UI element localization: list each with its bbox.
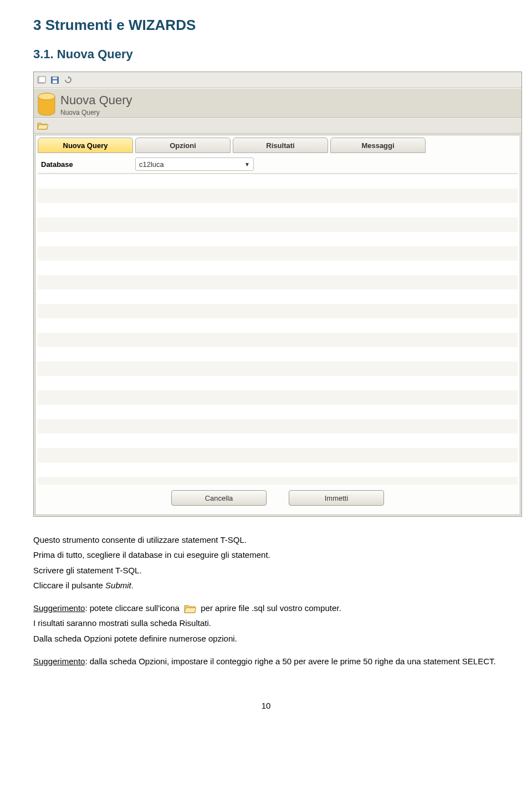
- toolbar: [34, 72, 521, 88]
- button-row: Cancella Immetti: [38, 490, 518, 506]
- paragraph: Questo strumento consente di utilizzare …: [33, 533, 499, 546]
- open-folder-icon: [184, 604, 196, 614]
- svg-rect-3: [53, 80, 57, 83]
- paragraph: Scrivere gli statement T-SQL.: [33, 564, 499, 577]
- svg-rect-4: [53, 77, 57, 79]
- content-panel: Nuova Query Opzioni Risultati Messaggi D…: [35, 135, 520, 515]
- svg-point-6: [38, 93, 55, 100]
- toolbar-icon[interactable]: [37, 76, 46, 84]
- hint-label: Suggerimento: [33, 603, 85, 613]
- tab-nuova-query[interactable]: Nuova Query: [38, 138, 133, 153]
- paragraph: Dalla scheda Opzioni potete definire num…: [33, 632, 499, 645]
- hint-label: Suggerimento: [33, 657, 85, 666]
- tab-risultati[interactable]: Risultati: [233, 138, 328, 153]
- database-value: c12luca: [139, 160, 164, 169]
- window-header: Nuova Query Nuova Query: [34, 88, 521, 118]
- subsection-heading: 3.1. Nuova Query: [33, 47, 499, 62]
- tab-messaggi[interactable]: Messaggi: [330, 138, 426, 153]
- submit-button[interactable]: Immetti: [289, 490, 384, 506]
- database-label: Database: [41, 160, 130, 169]
- tabs: Nuova Query Opzioni Risultati Messaggi: [38, 138, 518, 153]
- paragraph: Prima di tutto, scegliere il database in…: [33, 548, 499, 561]
- page-subtitle: Nuova Query: [60, 109, 132, 116]
- paragraph: Cliccare il pulsante Submit.: [33, 579, 499, 592]
- secondary-toolbar: [34, 118, 521, 134]
- page-title: Nuova Query: [60, 93, 132, 108]
- tab-opzioni[interactable]: Opzioni: [135, 138, 231, 153]
- section-heading: 3 Strumenti e WIZARDS: [33, 17, 499, 34]
- save-icon[interactable]: [50, 76, 59, 84]
- chevron-down-icon: ▼: [244, 161, 250, 167]
- refresh-icon[interactable]: [64, 76, 73, 84]
- hint-paragraph: Suggerimento: potete cliccare sull'icona…: [33, 602, 499, 614]
- body-text: Questo strumento consente di utilizzare …: [33, 533, 499, 668]
- database-select[interactable]: c12luca ▼: [135, 157, 254, 171]
- page-number: 10: [33, 701, 499, 710]
- open-folder-icon[interactable]: [37, 121, 48, 130]
- screenshot-window: Nuova Query Nuova Query Nuova Query Opzi…: [33, 72, 522, 517]
- cancel-button[interactable]: Cancella: [171, 490, 267, 506]
- hint-paragraph: Suggerimento: dalla scheda Opzioni, impo…: [33, 655, 499, 668]
- database-row: Database c12luca ▼: [38, 155, 518, 174]
- paragraph: I risultati saranno mostrati sulla sched…: [33, 617, 499, 629]
- svg-rect-1: [39, 77, 45, 83]
- database-icon: [36, 92, 57, 118]
- query-editor[interactable]: [38, 174, 518, 485]
